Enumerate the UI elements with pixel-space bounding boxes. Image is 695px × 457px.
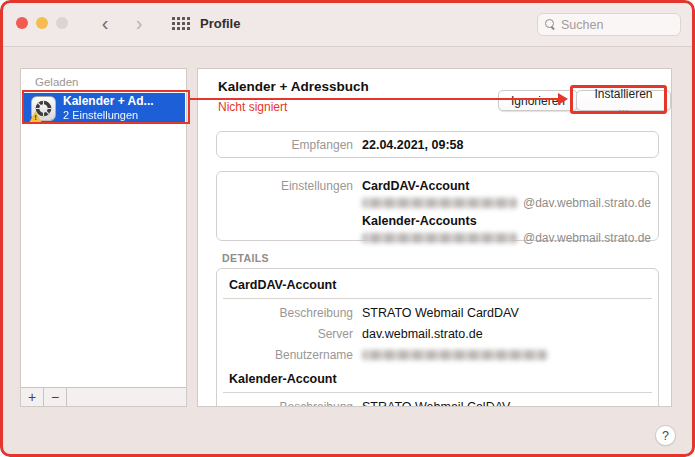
detail-row-value: dav.webmail.strato.de (362, 327, 483, 341)
received-label: Empfangen (217, 138, 362, 152)
detail-row-value: STRATO Webmail CardDAV (362, 306, 519, 320)
detail-row-label: Beschreibung (217, 306, 362, 320)
bottom-bar-filler (67, 388, 186, 406)
close-button[interactable] (16, 17, 28, 29)
back-icon[interactable]: ‹ (94, 12, 116, 34)
settings-entry-name: CardDAV-Account (362, 179, 651, 193)
redacted-account-value (362, 233, 517, 243)
sidebar-bottom-bar: + − (21, 387, 186, 406)
window-title: Profile (200, 16, 240, 31)
received-value: 22.04.2021, 09:58 (362, 138, 463, 152)
divider (223, 298, 652, 299)
detail-row-label: Benutzername (217, 348, 362, 362)
divider (223, 392, 652, 393)
settings-entry-name: Kalender-Accounts (362, 214, 651, 228)
profile-settings-icon: ! (31, 96, 56, 121)
detail-section-title: CardDAV-Account (229, 278, 646, 292)
sidebar-section-header: Geladen (35, 76, 186, 88)
remove-profile-button[interactable]: − (44, 388, 67, 406)
redacted-account-value (362, 198, 517, 208)
received-box: Empfangen 22.04.2021, 09:58 (216, 131, 659, 158)
account-suffix: @dav.webmail.strato.de (523, 196, 651, 210)
search-input[interactable] (561, 18, 673, 32)
profile-title: Kalender + Adressbuch (218, 79, 369, 94)
search-field[interactable] (537, 13, 681, 36)
add-profile-button[interactable]: + (21, 388, 44, 406)
detail-row-label: Beschreibung (217, 400, 362, 407)
show-all-grid-icon[interactable] (172, 17, 190, 30)
settings-label: Einstellungen (217, 179, 362, 193)
detail-row-label: Server (217, 327, 362, 341)
install-button[interactable]: Installieren ... (576, 90, 671, 111)
help-button[interactable]: ? (655, 425, 676, 446)
detail-row-value: STRATO Webmail CalDAV (362, 400, 510, 407)
redacted-username-value (362, 350, 547, 360)
signed-status: Nicht signiert (218, 100, 369, 114)
forward-icon: › (128, 12, 150, 34)
details-box: CardDAV-Account Beschreibung STRATO Webm… (216, 268, 659, 407)
profile-detail-panel: Kalender + Adressbuch Nicht signiert Ign… (197, 68, 672, 407)
account-suffix: @dav.webmail.strato.de (523, 231, 651, 245)
sidebar-item-title: Kalender + Ad... (63, 94, 154, 109)
titlebar: ‹ › Profile (0, 0, 695, 47)
details-caption: DETAILS (222, 252, 269, 264)
sidebar-item-subtitle: 2 Einstellungen (63, 109, 154, 123)
search-icon (545, 19, 556, 30)
zoom-button-disabled (56, 17, 68, 29)
detail-section-title: Kalender-Account (229, 372, 646, 386)
ignore-button[interactable]: Ignorieren (498, 90, 578, 111)
settings-box: Einstellungen CardDAV-Account @dav.webma… (216, 171, 659, 241)
minimize-button[interactable] (36, 17, 48, 29)
sidebar-item-kalender-adressbuch[interactable]: ! Kalender + Ad... 2 Einstellungen (22, 93, 185, 124)
profiles-sidebar: Geladen ! (20, 68, 187, 407)
traffic-lights (16, 17, 68, 29)
preferences-window: ‹ › Profile Geladen (0, 0, 695, 457)
